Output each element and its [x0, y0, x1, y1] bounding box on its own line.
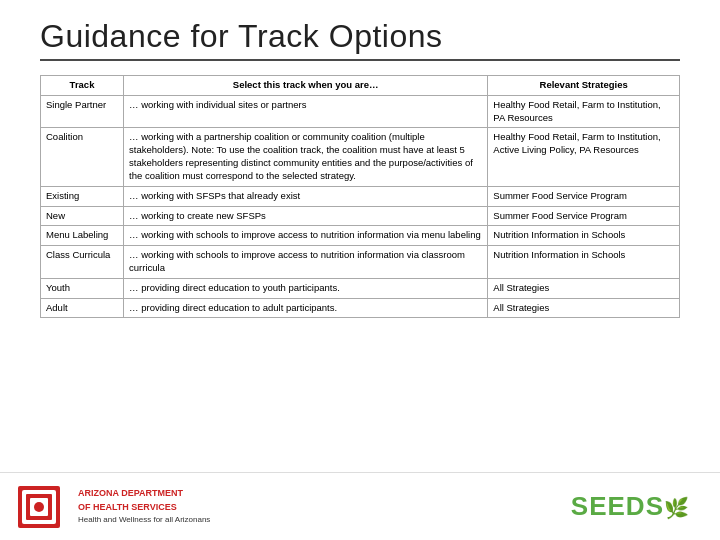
cell-select-2: … working with SFSPs that already exist [124, 186, 488, 206]
cell-relevant-0: Healthy Food Retail, Farm to Institution… [488, 95, 680, 128]
svg-point-4 [34, 502, 44, 512]
table-row: Coalition… working with a partnership co… [41, 128, 680, 186]
footer-left: ARIZONA DEPARTMENT OF HEALTH SERVICES He… [18, 486, 210, 528]
org-name-line2: OF HEALTH SERVICES [78, 501, 210, 515]
header-relevant: Relevant Strategies [488, 76, 680, 96]
table-row: Adult… providing direct education to adu… [41, 298, 680, 318]
cell-track-6: Youth [41, 278, 124, 298]
org-tagline: Health and Wellness for all Arizonans [78, 514, 210, 526]
cell-relevant-4: Nutrition Information in Schools [488, 226, 680, 246]
cell-relevant-6: All Strategies [488, 278, 680, 298]
cell-relevant-7: All Strategies [488, 298, 680, 318]
cell-track-1: Coalition [41, 128, 124, 186]
cell-select-5: … working with schools to improve access… [124, 246, 488, 279]
cell-track-2: Existing [41, 186, 124, 206]
page: Guidance for Track Options Track Select … [0, 0, 720, 540]
cell-select-4: … working with schools to improve access… [124, 226, 488, 246]
cell-track-7: Adult [41, 298, 124, 318]
cell-track-3: New [41, 206, 124, 226]
cell-relevant-1: Healthy Food Retail, Farm to Institution… [488, 128, 680, 186]
cell-select-6: … providing direct education to youth pa… [124, 278, 488, 298]
title-underline [40, 59, 680, 61]
org-name-line1: ARIZONA DEPARTMENT [78, 487, 210, 501]
cell-relevant-2: Summer Food Service Program [488, 186, 680, 206]
footer: ARIZONA DEPARTMENT OF HEALTH SERVICES He… [0, 472, 720, 540]
cell-select-0: … working with individual sites or partn… [124, 95, 488, 128]
header-select: Select this track when you are… [124, 76, 488, 96]
title-area: Guidance for Track Options [0, 0, 720, 75]
seeds-leaf-icon: 🌿 [664, 497, 690, 519]
seeds-logo: SEEDS🌿 [571, 491, 690, 522]
table-row: Single Partner… working with individual … [41, 95, 680, 128]
table-row: New… working to create new SFSPsSummer F… [41, 206, 680, 226]
table-wrapper: Track Select this track when you are… Re… [0, 75, 720, 318]
table-row: Youth… providing direct education to you… [41, 278, 680, 298]
cell-track-5: Class Curricula [41, 246, 124, 279]
cell-select-3: … working to create new SFSPs [124, 206, 488, 226]
cell-relevant-3: Summer Food Service Program [488, 206, 680, 226]
header-track: Track [41, 76, 124, 96]
cell-select-7: … providing direct education to adult pa… [124, 298, 488, 318]
table-row: Class Curricula… working with schools to… [41, 246, 680, 279]
cell-relevant-5: Nutrition Information in Schools [488, 246, 680, 279]
cell-track-0: Single Partner [41, 95, 124, 128]
cell-track-4: Menu Labeling [41, 226, 124, 246]
cell-select-1: … working with a partnership coalition o… [124, 128, 488, 186]
adhs-icon [18, 486, 60, 528]
footer-text: ARIZONA DEPARTMENT OF HEALTH SERVICES He… [78, 487, 210, 526]
page-title: Guidance for Track Options [40, 18, 680, 55]
table-header-row: Track Select this track when you are… Re… [41, 76, 680, 96]
table-row: Existing… working with SFSPs that alread… [41, 186, 680, 206]
guidance-table: Track Select this track when you are… Re… [40, 75, 680, 318]
table-row: Menu Labeling… working with schools to i… [41, 226, 680, 246]
seeds-label: SEEDS [571, 491, 664, 521]
